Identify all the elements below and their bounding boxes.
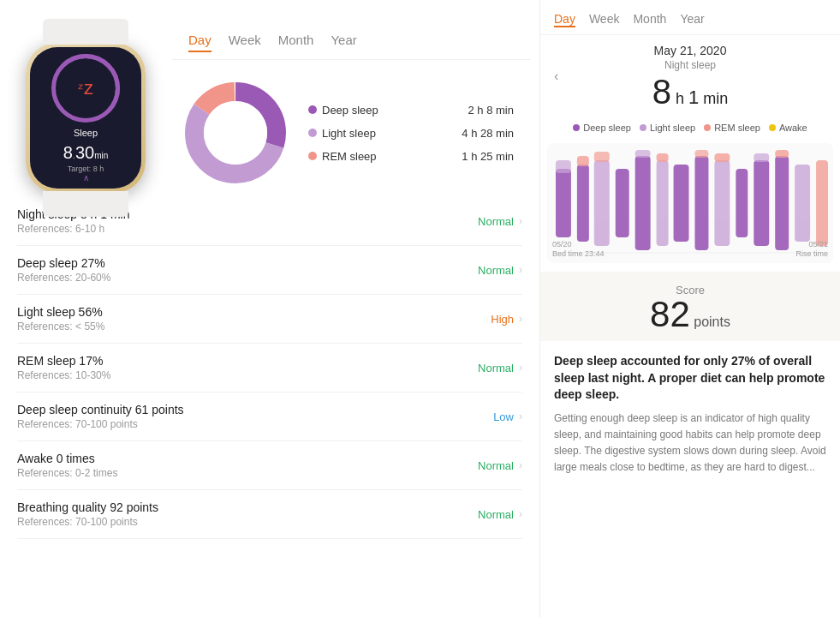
tab-day[interactable]: Day xyxy=(188,33,211,52)
metric-left-2: Light sleep 56% References: < 55% xyxy=(17,305,491,332)
sleep-date: May 21, 2020 xyxy=(554,44,826,57)
metric-chevron-icon-4: › xyxy=(519,410,522,422)
right-awake-label: Awake xyxy=(779,123,807,133)
metric-chevron-icon-5: › xyxy=(519,459,522,471)
metric-left-5: Awake 0 times References: 0-2 times xyxy=(17,452,478,479)
svg-rect-26 xyxy=(795,165,810,242)
right-period-tabs: Day Week Month Year xyxy=(540,0,840,35)
metric-item-5[interactable]: Awake 0 times References: 0-2 times Norm… xyxy=(17,441,522,490)
svg-rect-16 xyxy=(674,165,689,242)
watch-sleep-label: Sleep xyxy=(74,128,98,138)
legend-item-awake: Awake xyxy=(769,123,807,133)
right-deep-dot xyxy=(573,124,580,131)
right-panel: Day Week Month Year ‹ May 21, 2020 Night… xyxy=(539,0,840,617)
metric-item-3[interactable]: REM sleep 17% References: 10-30% Normal … xyxy=(17,344,522,392)
score-unit: points xyxy=(694,314,730,329)
right-tab-day[interactable]: Day xyxy=(554,12,575,27)
right-awake-dot xyxy=(769,124,776,131)
metric-chevron-icon-6: › xyxy=(519,508,522,520)
svg-rect-5 xyxy=(556,169,571,237)
light-sleep-dot xyxy=(308,129,317,137)
metrics-list: Night sleep 8 h 1 min References: 6-10 h… xyxy=(0,197,539,539)
metric-status-6: Normal xyxy=(478,508,514,521)
svg-rect-13 xyxy=(635,150,651,158)
svg-rect-27 xyxy=(816,160,828,246)
watch-device: ᶻz Sleep 8.30min Target: 8 h ∧ xyxy=(26,43,146,193)
metric-item-4[interactable]: Deep sleep continuity 61 points Referenc… xyxy=(17,392,522,441)
metric-ref-6: References: 70-100 points xyxy=(17,516,478,528)
svg-point-3 xyxy=(204,101,267,165)
score-value: 82 xyxy=(650,294,690,334)
deep-sleep-label: Deep sleep xyxy=(322,104,378,117)
metric-left-4: Deep sleep continuity 61 points Referenc… xyxy=(17,403,493,430)
score-section: Score 82 points xyxy=(540,272,840,341)
right-tab-week[interactable]: Week xyxy=(589,12,620,27)
metric-status-2: High xyxy=(491,313,514,326)
tab-week[interactable]: Week xyxy=(229,33,261,52)
metric-title-5: Awake 0 times xyxy=(17,452,478,465)
svg-rect-10 xyxy=(594,152,610,162)
score-label: Score xyxy=(554,284,826,297)
svg-rect-17 xyxy=(694,156,708,250)
right-date-header: ‹ May 21, 2020 Night sleep 8 h 1 min xyxy=(540,35,840,117)
metric-chevron-icon-0: › xyxy=(519,215,522,227)
metric-ref-5: References: 0-2 times xyxy=(17,467,478,479)
metric-chevron-icon-2: › xyxy=(519,313,522,325)
chart-label-left: 05/20 Bed time 23:44 xyxy=(552,240,605,260)
watch-minutes: 30 xyxy=(75,143,94,162)
metric-left-1: Deep sleep 27% References: 20-60% xyxy=(17,256,478,284)
legend-area: Deep sleep 2 h 8 min Light sleep 4 h 28 … xyxy=(308,104,514,163)
metric-item-6[interactable]: Breathing quality 92 points References: … xyxy=(17,490,522,539)
metric-item-2[interactable]: Light sleep 56% References: < 55% High › xyxy=(17,295,522,344)
sleep-chart: 05/20 Bed time 23:44 05/21 Rise time xyxy=(547,143,833,263)
watch-hours: 8 xyxy=(63,143,73,162)
watch-target: Target: 8 h xyxy=(68,165,104,173)
right-tab-year[interactable]: Year xyxy=(680,12,704,27)
metric-ref-4: References: 70-100 points xyxy=(17,418,493,430)
svg-rect-6 xyxy=(556,160,571,173)
watch-area: ᶻz Sleep 8.30min Target: 8 h ∧ Day Week xyxy=(0,0,539,197)
watch-container: ᶻz Sleep 8.30min Target: 8 h ∧ xyxy=(9,17,163,193)
right-deep-label: Deep sleep xyxy=(583,123,631,133)
desc-body: Getting enough deep sleep is an indicato… xyxy=(554,410,826,476)
watch-band-top xyxy=(43,19,128,45)
metric-item-1[interactable]: Deep sleep 27% References: 20-60% Normal… xyxy=(17,246,522,295)
metric-title-3: REM sleep 17% xyxy=(17,354,478,368)
metric-title-4: Deep sleep continuity 61 points xyxy=(17,403,493,416)
legend-deep-sleep: Deep sleep 2 h 8 min xyxy=(308,104,514,117)
tab-month[interactable]: Month xyxy=(278,33,314,52)
right-tab-month[interactable]: Month xyxy=(633,12,666,27)
metric-status-0: Normal xyxy=(478,215,514,228)
svg-rect-21 xyxy=(736,169,748,237)
metric-chevron-icon-1: › xyxy=(519,264,522,276)
svg-rect-23 xyxy=(754,153,769,162)
light-sleep-value: 4 h 28 min xyxy=(462,127,514,140)
metric-status-5: Normal xyxy=(478,459,514,472)
svg-rect-25 xyxy=(775,150,789,158)
legend-item-deep: Deep sleep xyxy=(573,123,631,133)
prev-arrow-icon[interactable]: ‹ xyxy=(554,69,558,84)
sleep-mins: 1 xyxy=(688,87,699,108)
right-light-label: Light sleep xyxy=(650,123,695,133)
left-panel: ᶻz Sleep 8.30min Target: 8 h ∧ Day Week xyxy=(0,0,539,617)
right-sleep-duration: 8 h 1 min xyxy=(554,75,826,109)
svg-rect-12 xyxy=(635,156,651,250)
period-tabs: Day Week Month Year xyxy=(171,17,531,60)
svg-rect-22 xyxy=(754,160,769,246)
watch-min-unit: min xyxy=(94,151,108,160)
watch-time: 8.30min xyxy=(63,143,109,163)
svg-rect-20 xyxy=(714,153,730,162)
right-legend: Deep sleep Light sleep REM sleep Awake xyxy=(540,117,840,138)
svg-rect-19 xyxy=(714,160,730,246)
metric-title-2: Light sleep 56% xyxy=(17,305,491,319)
description-section: Deep sleep accounted for only 27% of ove… xyxy=(540,344,840,617)
score-display: 82 points xyxy=(554,297,826,332)
stats-area: Day Week Month Year xyxy=(171,17,531,197)
watch-ring: ᶻz xyxy=(51,54,120,123)
rem-sleep-value: 1 h 25 min xyxy=(462,150,514,163)
right-rem-dot xyxy=(704,124,711,131)
desc-highlight: Deep sleep accounted for only 27% of ove… xyxy=(554,353,826,404)
watch-band-bottom xyxy=(43,191,128,217)
metric-status-1: Normal xyxy=(478,264,514,277)
tab-year[interactable]: Year xyxy=(331,33,356,52)
